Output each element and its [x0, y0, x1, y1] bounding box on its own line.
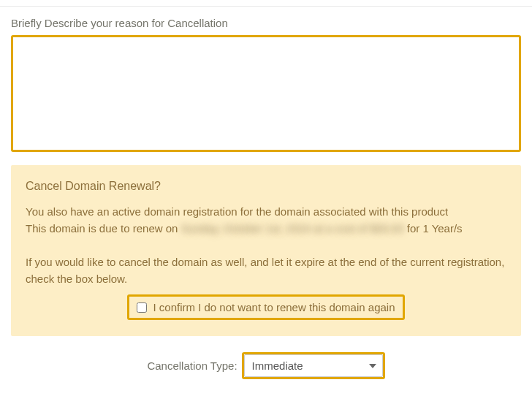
reason-textarea[interactable]	[15, 39, 517, 148]
confirm-checkbox[interactable]	[137, 302, 147, 313]
confirm-row: I confirm I do not want to renew this do…	[26, 294, 506, 320]
reason-label: Briefly Describe your reason for Cancell…	[11, 17, 521, 29]
cancellation-type-row: Cancellation Type: Immediate	[11, 352, 521, 379]
panel-line2-redacted: Sunday, October 1st, 2024 at a cost of $…	[181, 220, 404, 237]
panel-prompt: If you would like to cancel the domain a…	[26, 254, 506, 288]
panel-body: You also have an active domain registrat…	[26, 203, 506, 237]
cancellation-form: Briefly Describe your reason for Cancell…	[0, 7, 532, 379]
cancellation-type-select[interactable]: Immediate	[244, 354, 383, 377]
spacer	[26, 237, 506, 254]
reason-textarea-wrap	[11, 35, 521, 152]
cancellation-type-select-wrap: Immediate	[242, 352, 385, 379]
confirm-box: I confirm I do not want to renew this do…	[127, 294, 404, 320]
confirm-label[interactable]: I confirm I do not want to renew this do…	[153, 301, 395, 313]
panel-line2-suffix: for 1 Year/s	[404, 222, 463, 235]
cancel-domain-panel: Cancel Domain Renewal? You also have an …	[11, 165, 521, 336]
panel-title: Cancel Domain Renewal?	[26, 180, 506, 193]
cancellation-type-label: Cancellation Type:	[147, 359, 237, 372]
panel-line2-prefix: This domain is due to renew on	[26, 222, 181, 235]
panel-line1: You also have an active domain registrat…	[26, 205, 448, 218]
